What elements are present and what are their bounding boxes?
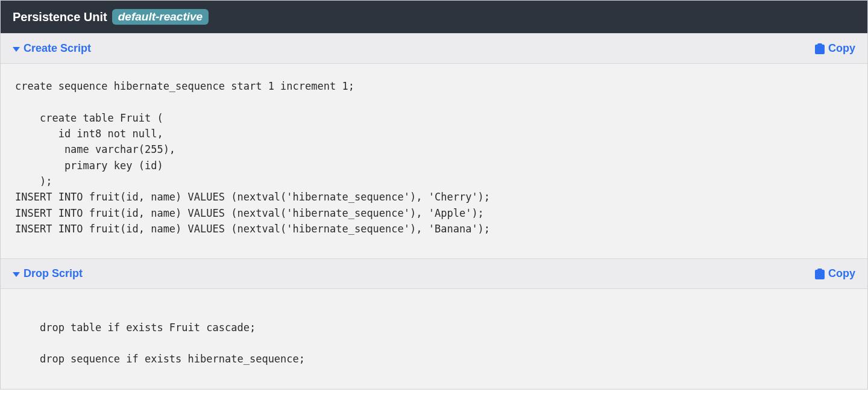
drop-script-copy-button[interactable]: Copy [815,267,855,280]
create-script-copy-button[interactable]: Copy [815,42,855,55]
copy-label: Copy [828,267,855,280]
chevron-down-icon [13,47,20,52]
drop-script-toggle[interactable]: Drop Script [13,267,83,280]
clipboard-icon [815,43,825,54]
copy-label: Copy [828,42,855,55]
create-script-section-header: Create Script Copy [1,33,867,64]
drop-script-section-header: Drop Script Copy [1,258,867,289]
create-script-toggle[interactable]: Create Script [13,42,91,55]
drop-script-code[interactable]: drop table if exists Fruit cascade; drop… [1,289,867,388]
create-script-code[interactable]: create sequence hibernate_sequence start… [1,64,867,258]
drop-script-title: Drop Script [24,267,83,280]
persistence-unit-badge: default-reactive [112,9,209,25]
create-script-title: Create Script [24,42,91,55]
panel-header: Persistence Unit default-reactive [1,1,867,33]
panel-title: Persistence Unit [13,10,107,24]
clipboard-icon [815,269,825,279]
chevron-down-icon [13,272,20,277]
persistence-unit-panel: Persistence Unit default-reactive Create… [0,0,868,390]
